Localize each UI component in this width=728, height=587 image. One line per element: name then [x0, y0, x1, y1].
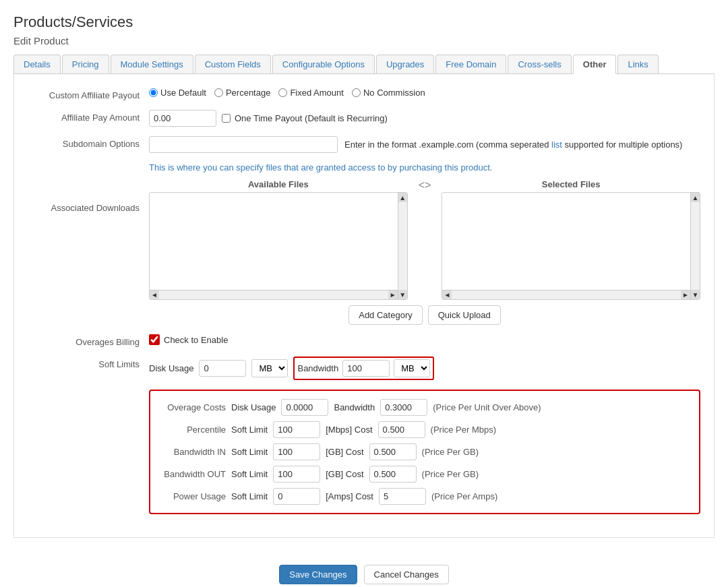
bandwidth-in-soft-limit-input[interactable]	[273, 443, 320, 460]
overage-costs-row: Overage Costs Disk Usage Bandwidth (Pric…	[158, 399, 691, 416]
page-subtitle: Edit Product	[13, 35, 715, 47]
overages-billing-group: Check to Enable	[149, 334, 700, 345]
bandwidth-out-gb-label: [GB] Cost	[326, 469, 363, 479]
tab-links[interactable]: Links	[617, 55, 658, 73]
one-time-payout-checkbox-label[interactable]: One Time Payout (Default is Recurring)	[222, 113, 388, 123]
bandwidth-out-label: Bandwidth OUT	[158, 469, 226, 479]
bandwidth-in-gb-label: [GB] Cost	[326, 447, 363, 457]
available-files-label: Available Files	[149, 179, 408, 189]
subdomain-note: Enter in the format .example.com (comma …	[344, 140, 682, 150]
affiliate-payout-row: Custom Affiliate Payout Use Default Perc…	[28, 88, 700, 100]
tab-other[interactable]: Other	[573, 55, 617, 74]
available-files-wrapper: Available Files ▲ ▼ ◄	[149, 179, 408, 300]
overages-billing-checkbox[interactable]	[149, 334, 160, 345]
radio-no-commission[interactable]: No Commission	[352, 88, 425, 98]
tab-upgrades[interactable]: Upgrades	[376, 55, 434, 73]
affiliate-payout-label: Custom Affiliate Payout	[28, 88, 149, 100]
available-files-listbox[interactable]: ▲ ▼ ◄ ►	[149, 192, 408, 300]
disk-usage-unit-select[interactable]: MB GB TB	[251, 359, 288, 377]
bandwidth-in-label: Bandwidth IN	[158, 447, 226, 457]
selected-files-listbox[interactable]: ▲ ▼ ◄ ►	[442, 192, 700, 300]
bandwidth-out-gb-cost-input[interactable]	[369, 466, 417, 483]
power-usage-amps-label: [Amps] Cost	[326, 491, 373, 501]
tab-pricing[interactable]: Pricing	[62, 55, 109, 73]
tab-details[interactable]: Details	[13, 55, 61, 73]
available-files-vscroll[interactable]: ▲ ▼	[398, 193, 407, 299]
bandwidth-in-gb-cost-input[interactable]	[369, 443, 417, 460]
file-info-text: This is where you can specify files that…	[149, 162, 492, 173]
disk-usage-cost-input[interactable]	[281, 399, 328, 416]
radio-fixed-amount[interactable]: Fixed Amount	[278, 88, 344, 98]
affiliate-pay-amount-input[interactable]	[149, 110, 216, 127]
affiliate-pay-amount-row: Affiliate Pay Amount One Time Payout (De…	[28, 110, 700, 127]
one-time-payout-checkbox[interactable]	[222, 114, 231, 123]
footer-buttons: Save Changes Cancel Changes	[13, 554, 715, 587]
power-usage-row: Power Usage Soft Limit [Amps] Cost (Pric…	[158, 488, 691, 505]
bandwidth-out-soft-limit-input[interactable]	[273, 466, 320, 483]
bandwidth-highlight-box: Bandwidth MB GB TB	[293, 357, 434, 380]
available-vscroll-down[interactable]: ▼	[398, 290, 407, 299]
affiliate-radio-group: Use Default Percentage Fixed Amount No C…	[149, 88, 425, 98]
transfer-button[interactable]: <>	[415, 179, 435, 191]
affiliate-pay-amount-group: One Time Payout (Default is Recurring)	[149, 110, 700, 127]
selected-hscroll-right[interactable]: ►	[681, 290, 690, 299]
tab-bar: Details Pricing Module Settings Custom F…	[13, 55, 715, 74]
bandwidth-label-2: Bandwidth	[334, 402, 375, 412]
tab-cross-sells[interactable]: Cross-sells	[508, 55, 571, 73]
power-usage-amps-cost-input[interactable]	[379, 488, 426, 505]
price-per-amps-label: (Price Per Amps)	[431, 491, 497, 501]
price-per-gb-label-out: (Price Per GB)	[422, 469, 479, 479]
price-per-gb-label-in: (Price Per GB)	[422, 447, 479, 457]
power-usage-soft-limit-input[interactable]	[273, 488, 320, 505]
tab-configurable-options[interactable]: Configurable Options	[272, 55, 375, 73]
selected-vscroll-down[interactable]: ▼	[691, 290, 700, 299]
soft-limits-controls: Disk Usage MB GB TB Bandwidth MB GB TB	[149, 357, 434, 380]
percentile-row: Percentile Soft Limit [Mbps] Cost (Price…	[158, 421, 691, 438]
available-hscroll-right[interactable]: ►	[388, 290, 398, 299]
affiliate-payout-options: Use Default Percentage Fixed Amount No C…	[149, 88, 700, 98]
disk-usage-input[interactable]	[199, 360, 246, 377]
tab-custom-fields[interactable]: Custom Fields	[195, 55, 271, 73]
selected-files-wrapper: Selected Files ▲ ▼ ◄	[442, 179, 700, 300]
available-hscroll-left[interactable]: ◄	[150, 290, 159, 299]
price-per-mbps-label: (Price Per Mbps)	[431, 425, 497, 435]
disk-usage-label-2: Disk Usage	[231, 402, 276, 412]
soft-limits-label: Soft Limits	[28, 357, 149, 369]
bandwidth-cost-input[interactable]	[380, 399, 427, 416]
percentile-mbps-cost-input[interactable]	[378, 421, 425, 438]
check-enable-label[interactable]: Check to Enable	[149, 334, 228, 345]
available-files-hscroll[interactable]: ◄ ►	[150, 290, 398, 299]
add-category-button[interactable]: Add Category	[348, 305, 423, 325]
percentile-soft-limit-label: Soft Limit	[231, 425, 268, 435]
selected-files-hscroll[interactable]: ◄ ►	[442, 290, 690, 299]
subdomain-options-group: Enter in the format .example.com (comma …	[149, 136, 700, 153]
bandwidth-unit-select[interactable]: MB GB TB	[394, 359, 430, 377]
bandwidth-input[interactable]	[342, 360, 390, 377]
affiliate-pay-amount-label: Affiliate Pay Amount	[28, 110, 149, 123]
one-time-payout-label: One Time Payout (Default is Recurring)	[235, 113, 388, 123]
radio-use-default[interactable]: Use Default	[149, 88, 206, 98]
bandwidth-in-soft-limit-label: Soft Limit	[231, 447, 268, 457]
transfer-symbol: <>	[419, 179, 431, 191]
selected-files-vscroll[interactable]: ▲ ▼	[690, 193, 700, 299]
subdomain-input[interactable]	[149, 136, 338, 153]
selected-hscroll-left[interactable]: ◄	[442, 290, 452, 299]
subdomain-list-link[interactable]: list	[551, 140, 562, 150]
file-action-buttons: Add Category Quick Upload	[149, 305, 700, 325]
tab-module-settings[interactable]: Module Settings	[111, 55, 193, 73]
cancel-changes-button[interactable]: Cancel Changes	[364, 565, 449, 584]
associated-downloads-label: Associated Downloads	[28, 162, 149, 213]
subdomain-options-label: Subdomain Options	[28, 136, 149, 149]
percentile-label: Percentile	[158, 425, 226, 435]
quick-upload-button[interactable]: Quick Upload	[428, 305, 501, 325]
percentile-soft-limit-input[interactable]	[273, 421, 320, 438]
save-changes-button[interactable]: Save Changes	[279, 565, 357, 584]
selected-vscroll-up[interactable]: ▲	[691, 193, 700, 202]
overages-billing-label: Overages Billing	[28, 334, 149, 347]
radio-percentage[interactable]: Percentage	[214, 88, 271, 98]
page-title: Products/Services	[13, 13, 715, 31]
tab-free-domain[interactable]: Free Domain	[435, 55, 506, 73]
available-vscroll-up[interactable]: ▲	[398, 193, 407, 202]
file-selector: Available Files ▲ ▼ ◄	[149, 179, 700, 300]
main-panel: Custom Affiliate Payout Use Default Perc…	[13, 74, 715, 538]
